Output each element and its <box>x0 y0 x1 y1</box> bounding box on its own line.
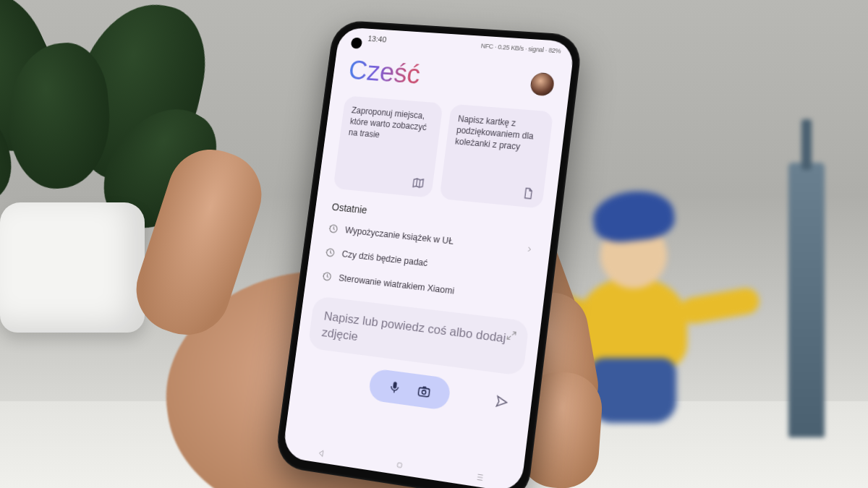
svg-rect-3 <box>393 382 397 389</box>
camera-icon[interactable] <box>416 383 432 400</box>
status-time: 13:40 <box>367 34 387 43</box>
background-doll <box>557 184 716 423</box>
background-tower-model <box>788 163 825 437</box>
smartphone: 13:40 NFC · 0.25 KB/s · signal · 82% Cze… <box>274 20 584 488</box>
history-icon <box>324 247 336 259</box>
greeting-title: Cześć <box>347 55 422 90</box>
history-icon <box>320 270 333 283</box>
nav-back-icon[interactable] <box>316 448 327 459</box>
profile-avatar[interactable] <box>529 72 556 96</box>
suggestion-card[interactable]: Napisz kartkę z podziękowaniem dla koleż… <box>439 104 553 209</box>
microphone-icon[interactable] <box>387 379 403 395</box>
nav-home-icon[interactable] <box>394 459 405 471</box>
nav-recent-icon[interactable] <box>475 471 486 484</box>
input-mode-pill <box>367 368 451 411</box>
svg-rect-4 <box>418 388 430 397</box>
suggestion-card[interactable]: Zaproponuj miejsca, które warto zobaczyć… <box>333 95 443 197</box>
suggestion-card-text: Napisz kartkę z podziękowaniem dla koleż… <box>454 113 544 155</box>
document-icon <box>521 187 535 201</box>
svg-point-5 <box>422 390 426 394</box>
chevron-right-icon <box>524 244 534 254</box>
suggestion-card-text: Zaproponuj miejsca, które warto zobaczyć… <box>348 105 434 145</box>
map-icon <box>411 176 425 190</box>
photo-scene: 13:40 NFC · 0.25 KB/s · signal · 82% Cze… <box>0 0 868 488</box>
history-icon <box>327 223 339 235</box>
expand-icon[interactable] <box>505 329 518 342</box>
background-plant <box>0 0 203 361</box>
svg-rect-6 <box>397 463 401 468</box>
send-icon[interactable] <box>494 393 511 410</box>
